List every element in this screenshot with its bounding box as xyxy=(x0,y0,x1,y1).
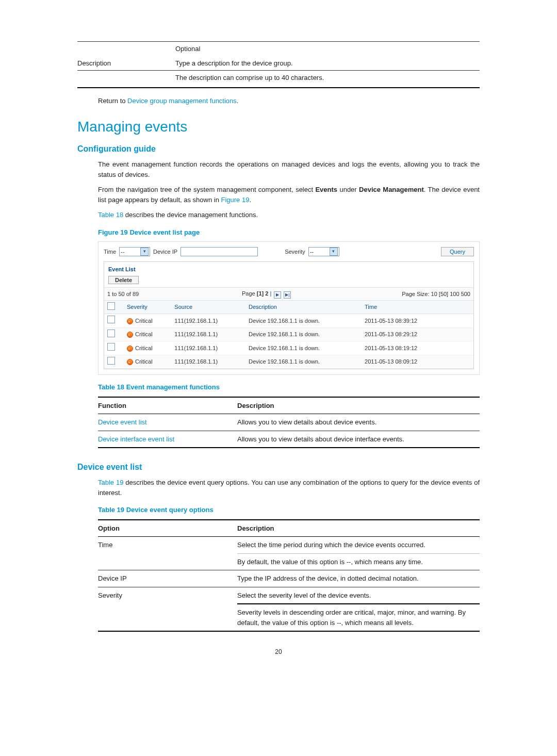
event-list-title: Event List xyxy=(104,262,473,276)
filter-bar: Time -- ▾ Device IP Severity -- ▾ Query xyxy=(104,247,474,256)
table-19: Option Description Time Select the time … xyxy=(98,519,480,632)
table-19-link[interactable]: Table 19 xyxy=(98,479,123,486)
page-number: 20 xyxy=(77,647,480,656)
table-row: Critical 111(192.168.1.1) Device 192.168… xyxy=(104,327,473,341)
device-event-list-heading: Device event list xyxy=(77,461,480,473)
t19-opt-time: Time xyxy=(98,537,237,570)
grid-count: 1 to 50 of 89 xyxy=(104,288,171,301)
figure-19-link[interactable]: Figure 19 xyxy=(221,196,249,204)
device-event-list-link[interactable]: Device event list xyxy=(98,414,237,431)
cg-p2: From the navigation tree of the system m… xyxy=(98,185,480,205)
delete-button[interactable]: Delete xyxy=(108,276,139,284)
severity-select[interactable]: -- ▾ xyxy=(308,247,339,256)
device-interface-event-list-link[interactable]: Device interface event list xyxy=(98,431,237,448)
table-row: Critical 111(192.168.1.1) Device 192.168… xyxy=(104,314,473,328)
del-p1: Table 19 describes the device event quer… xyxy=(98,478,480,498)
t19-hdr-option: Option xyxy=(98,520,237,537)
t18-hdr-function: Function xyxy=(98,397,237,414)
col-time[interactable]: Time xyxy=(362,300,473,314)
t18-hdr-description: Description xyxy=(237,397,480,414)
top-end-rule xyxy=(77,87,480,88)
time-label: Time xyxy=(104,248,116,256)
col-description[interactable]: Description xyxy=(245,300,362,314)
description-row-line2: The description can comprise up to 40 ch… xyxy=(175,71,480,85)
return-line: Return to Device group management functi… xyxy=(98,96,480,106)
critical-icon xyxy=(127,346,133,352)
figure-19: Time -- ▾ Device IP Severity -- ▾ Query … xyxy=(98,241,480,375)
description-row-label: Description xyxy=(77,56,175,71)
critical-icon xyxy=(127,318,133,324)
row-checkbox[interactable] xyxy=(107,330,115,337)
event-grid: 1 to 50 of 89 Page [1] 2 | ▶ ▶| Page Siz… xyxy=(104,287,473,369)
col-source[interactable]: Source xyxy=(171,300,245,314)
optional-label: Optional xyxy=(175,42,480,56)
critical-icon xyxy=(127,359,133,365)
cg-p1: The event management function records th… xyxy=(98,159,480,179)
severity-label: Severity xyxy=(285,248,305,256)
table-18: Function Description Device event list A… xyxy=(98,397,480,449)
table-row: Critical 111(192.168.1.1) Device 192.168… xyxy=(104,355,473,369)
table-18-link[interactable]: Table 18 xyxy=(98,211,123,219)
t19-hdr-description: Description xyxy=(237,520,480,537)
col-severity[interactable]: Severity xyxy=(124,300,171,314)
figure-19-caption: Figure 19 Device event list page xyxy=(98,227,480,238)
configuration-guide-heading: Configuration guide xyxy=(77,143,480,155)
table-19-caption: Table 19 Device event query options xyxy=(98,505,480,515)
row-checkbox[interactable] xyxy=(107,343,115,351)
chevron-down-icon: ▾ xyxy=(140,248,149,256)
query-button[interactable]: Query xyxy=(441,247,474,256)
time-select[interactable]: -- ▾ xyxy=(119,247,150,256)
critical-icon xyxy=(127,332,133,338)
row-checkbox[interactable] xyxy=(107,357,115,365)
table-row: Critical 111(192.168.1.1) Device 192.168… xyxy=(104,341,473,355)
device-ip-label: Device IP xyxy=(153,248,177,256)
select-all-checkbox[interactable] xyxy=(107,302,115,310)
row-checkbox[interactable] xyxy=(107,316,115,323)
last-page-icon[interactable]: ▶| xyxy=(284,291,291,299)
event-list-box: Event List Delete 1 to 50 of 89 Page [1]… xyxy=(104,261,474,369)
description-row-line1: Type a description for the device group. xyxy=(175,56,480,71)
device-ip-input[interactable] xyxy=(181,247,258,256)
top-description-table: Optional Description Type a description … xyxy=(77,42,480,85)
t19-opt-severity: Severity xyxy=(98,587,237,631)
page-title: Managing events xyxy=(77,116,480,138)
cg-p3: Table 18 describes the device management… xyxy=(98,210,480,220)
grid-page-size: Page Size: 10 [50] 100 500 xyxy=(362,288,473,301)
return-link[interactable]: Device group management functions xyxy=(127,97,237,105)
t19-opt-deviceip: Device IP xyxy=(98,570,237,587)
chevron-down-icon: ▾ xyxy=(330,248,338,256)
table-18-caption: Table 18 Event management functions xyxy=(98,382,480,392)
grid-pager: Page [1] 2 | ▶ ▶| xyxy=(171,288,362,301)
next-page-icon[interactable]: ▶ xyxy=(274,291,281,299)
